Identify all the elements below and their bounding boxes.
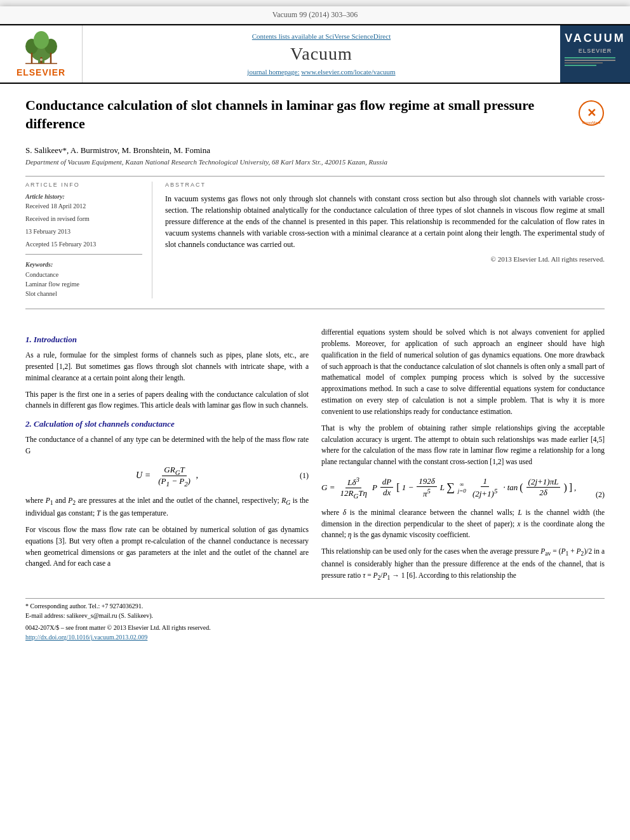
divider-info xyxy=(25,254,142,255)
abstract-body: In vacuum systems gas flows not only thr… xyxy=(165,193,605,250)
revised-label: Received in revised form xyxy=(25,215,142,223)
authors-line: S. Salikeev*, A. Burmistrov, M. Bronshte… xyxy=(25,145,605,156)
calc-p1: The conductance of a channel of any type… xyxy=(25,434,309,457)
keyword-1: Conductance xyxy=(25,270,142,279)
divider-top xyxy=(25,176,605,177)
calc-p2: where P1 and P2 are pressures at the inl… xyxy=(25,495,309,519)
page: Vacuum 99 (2014) 303–306 ELSEVIER xyxy=(0,6,630,840)
formula-2-box: G = Lδ3 12RGTη P dP dx [ 1 − 192δ π5 xyxy=(321,476,605,500)
svg-point-9 xyxy=(40,58,43,61)
journal-center: Contents lists available at SciVerse Sci… xyxy=(83,25,560,83)
article-content: Conductance calculation of slot channels… xyxy=(0,84,630,327)
vacuum-logo-box: VACUUM ELSEVIER xyxy=(560,25,630,83)
citation-bar: Vacuum 99 (2014) 303–306 xyxy=(0,6,630,24)
right-p1: differential equations system should be … xyxy=(321,327,605,418)
keywords-label: Keywords: xyxy=(25,261,142,268)
keyword-3: Slot channel xyxy=(25,289,142,298)
citation-text: Vacuum 99 (2014) 303–306 xyxy=(272,10,358,19)
doi-link[interactable]: http://dx.doi.org/10.1016/j.vacuum.2013.… xyxy=(25,634,147,641)
formula-2-content: G = Lδ3 12RGTη P dP dx [ 1 − 192δ π5 xyxy=(321,476,605,500)
footnote-area: * Corresponding author. Tel.: +7 9274036… xyxy=(0,598,630,642)
journal-name: Vacuum xyxy=(290,44,352,64)
authors-text: S. Salikeev*, A. Burmistrov, M. Bronshte… xyxy=(25,145,210,155)
svg-text:✕: ✕ xyxy=(587,107,596,119)
formula-1-content: U = GRGT (P1 − P2) , xyxy=(136,465,198,488)
right-p2: That is why the problem of obtaining rat… xyxy=(321,423,605,468)
intro-p1: As a rule, formulae for the simplest for… xyxy=(25,350,309,383)
right-p3: where δ is the minimal clearance between… xyxy=(321,507,605,541)
revised-date: 13 February 2013 xyxy=(25,227,142,236)
abstract-panel: ABSTRACT In vacuum systems gas flows not… xyxy=(165,182,605,298)
right-p4: This relationship can be used only for t… xyxy=(321,546,605,583)
sciverse-prefix: Contents lists available at xyxy=(252,32,325,40)
footnote-issn: 0042-207X/$ – see front matter © 2013 El… xyxy=(25,623,605,632)
article-meta: ARTICLE INFO Article history: Received 1… xyxy=(25,182,605,298)
sciverse-link: Contents lists available at SciVerse Sci… xyxy=(252,32,391,40)
right-column: differential equations system should be … xyxy=(321,327,605,588)
vacuum-brand-text: VACUUM ELSEVIER xyxy=(565,32,626,76)
formula-1-numerator: GRGT xyxy=(162,465,186,477)
footnote-divider xyxy=(25,598,605,599)
elsevier-tree-icon xyxy=(19,30,64,65)
formula-1-denominator: (P1 − P2) xyxy=(156,476,192,488)
body-columns: 1. Introduction As a rule, formulae for … xyxy=(0,327,630,588)
homepage-label: journal homepage: xyxy=(247,68,299,76)
formula-1-fraction: GRGT (P1 − P2) xyxy=(156,465,192,488)
article-title: Conductance calculation of slot channels… xyxy=(25,97,572,133)
abstract-title: ABSTRACT xyxy=(165,182,605,188)
crossmark-icon: ✕ CrossMark xyxy=(578,100,605,126)
formula-2-g: G = xyxy=(321,483,335,493)
left-column: 1. Introduction As a rule, formulae for … xyxy=(25,327,309,588)
accepted-date: Accepted 15 February 2013 xyxy=(25,240,142,249)
crossmark-badge: ✕ CrossMark xyxy=(578,100,605,129)
affiliation-line: Department of Vacuum Equipment, Kazan Na… xyxy=(25,158,605,166)
footnote-email: E-mail address: salikeev_s@mail.ru (S. S… xyxy=(25,611,605,620)
formula-1-number: (1) xyxy=(300,471,309,481)
footnote-doi: http://dx.doi.org/10.1016/j.vacuum.2013.… xyxy=(25,632,605,642)
journal-homepage: journal homepage: www.elsevier.com/locat… xyxy=(247,68,395,76)
title-row: Conductance calculation of slot channels… xyxy=(25,97,605,140)
footnote-corresponding: * Corresponding author. Tel.: +7 9274036… xyxy=(25,601,605,611)
journal-header: ELSEVIER Contents lists available at Sci… xyxy=(0,24,630,84)
history-label: Article history: xyxy=(25,193,142,200)
divider-abstract xyxy=(25,309,605,309)
formula-2-frac2: dP dx xyxy=(380,477,393,498)
footnote-email-addr: salikeev_s@mail.ru (S. Salikeev). xyxy=(67,612,153,619)
intro-p2: This paper is the first one in a series … xyxy=(25,389,309,412)
sciverse-text[interactable]: SciVerse ScienceDirect xyxy=(325,32,391,40)
formula-2-frac1: Lδ3 12RGTη xyxy=(338,476,368,500)
intro-heading: 1. Introduction xyxy=(25,335,309,345)
article-info-title: ARTICLE INFO xyxy=(25,182,142,188)
svg-point-4 xyxy=(34,31,49,49)
elsevier-logo-box: ELSEVIER xyxy=(0,25,83,83)
copyright-text: © 2013 Elsevier Ltd. All rights reserved… xyxy=(165,255,605,263)
formula-2-number: (2) xyxy=(596,490,605,500)
article-info-panel: ARTICLE INFO Article history: Received 1… xyxy=(25,182,152,298)
formula-1: U = GRGT (P1 − P2) , (1) xyxy=(25,465,309,488)
calc-p3: For viscous flow the mass flow rate can … xyxy=(25,524,309,570)
keyword-2: Laminar flow regime xyxy=(25,279,142,289)
svg-text:CrossMark: CrossMark xyxy=(582,121,601,124)
received-date: Received 18 April 2012 xyxy=(25,202,142,211)
homepage-url[interactable]: www.elsevier.com/locate/vacuum xyxy=(301,68,395,76)
calc-heading: 2. Calculation of slot channels conducta… xyxy=(25,419,309,429)
elsevier-label: ELSEVIER xyxy=(17,67,65,77)
